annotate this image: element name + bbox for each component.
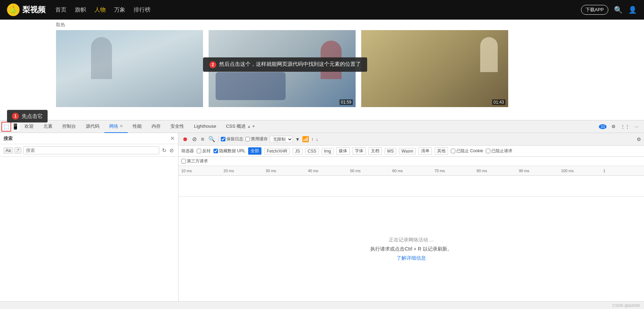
third-party-checkbox[interactable] (181, 159, 186, 163)
filter-button[interactable]: ≡ (200, 135, 205, 143)
nav-link-home[interactable]: 首页 (55, 6, 66, 14)
tooltip1-number: 1 (12, 113, 19, 120)
timeline-mark-50: 50 ms (349, 169, 391, 173)
video-thumb-3[interactable]: 01:43 (361, 30, 508, 107)
regex-button[interactable]: .* (14, 147, 21, 154)
search-sidebar: 搜索 ✕ Aa .* ↻ ⊘ (0, 133, 178, 301)
filter-fetch-xhr-button[interactable]: Fetch/XHR (264, 148, 290, 154)
toolbar-sep-1 (218, 136, 219, 142)
user-icon[interactable]: 👤 (628, 6, 637, 14)
preserve-log-checkbox[interactable] (221, 137, 225, 141)
tab-css-close[interactable]: ▲ (247, 124, 251, 128)
refresh-search-button[interactable]: ↻ (161, 147, 167, 154)
preserve-log-label: 保留日志 (221, 136, 243, 142)
nav-link-person[interactable]: 人物 (94, 6, 106, 14)
timeline-mark-80: 80 ms (475, 169, 518, 173)
filter-all-button[interactable]: 全部 (248, 147, 261, 155)
tab-network[interactable]: 网络 ✕ (104, 120, 128, 133)
settings-button[interactable]: ⚙ (610, 123, 617, 130)
search-input-wrap (23, 146, 159, 154)
devtools-tabbar: ⬚ 📱 欢迎 元素 控制台 源代码 网络 ✕ 性能 内存 安全性 Lightho… (0, 120, 644, 133)
blocked-cookie-checkbox[interactable] (451, 149, 455, 153)
more-button[interactable]: ··· (633, 123, 640, 130)
wifi-icon[interactable]: 📶 (302, 136, 309, 142)
tab-memory[interactable]: 内存 (147, 120, 166, 133)
filter-bar: 筛选器 反转 隐藏数据 URL 全部 Fetch/XHR JS CSS Img … (178, 146, 644, 157)
dock-button[interactable]: ⋮⋮ (619, 123, 631, 130)
nav-link-flag[interactable]: 旗帜 (75, 6, 86, 14)
logo[interactable]: 🍐 梨视频 (7, 3, 46, 16)
timeline-mark-10: 10 ms (180, 169, 222, 173)
filter-ws-button[interactable]: WS (385, 148, 396, 154)
add-tab-button[interactable]: + (252, 124, 255, 129)
tab-lighthouse[interactable]: Lighthouse (189, 120, 221, 133)
main-content: 取热 01:59 01:43 (0, 20, 644, 132)
search-close-button[interactable]: ✕ (170, 135, 175, 142)
upload-button[interactable]: ↑ (311, 136, 314, 142)
download-button[interactable]: ↓ (316, 136, 318, 142)
devtools-body: 搜索 ✕ Aa .* ↻ ⊘ (0, 133, 644, 301)
video-thumb-1[interactable] (56, 30, 203, 107)
disable-cache-checkbox[interactable] (245, 137, 250, 141)
invert-checkbox[interactable] (197, 149, 201, 153)
network-settings-button[interactable]: ⚙ (637, 136, 641, 142)
blocked-requests-checkbox[interactable] (486, 149, 490, 153)
tooltip2-text: 然后点击这个，这样就能网页源代码中找到这个元素的位置了 (219, 61, 361, 68)
hide-data-url-checkbox[interactable] (214, 149, 218, 153)
filter-media-button[interactable]: 媒体 (336, 147, 350, 155)
breadcrumb: 取热 (0, 20, 644, 30)
video-img-1 (56, 30, 203, 107)
inspect-element-button[interactable]: ⬚ (1, 122, 11, 132)
search-input[interactable] (23, 146, 159, 154)
record-button[interactable]: ⏺ (181, 135, 189, 143)
clear-search-button[interactable]: ⊘ (169, 147, 175, 154)
throttle-select[interactable]: 无限制 (270, 136, 293, 143)
filter-js-button[interactable]: JS (293, 148, 302, 154)
filter-manifest-button[interactable]: 清单 (419, 147, 432, 155)
search-sidebar-title: 搜索 (4, 135, 13, 142)
nav-link-wanxiang[interactable]: 万象 (114, 6, 125, 14)
search-icon[interactable]: 🔍 (614, 6, 623, 14)
sidebar-content (0, 157, 178, 301)
filter-img-button[interactable]: Img (322, 148, 334, 154)
timeline-mark-end: 1 (602, 169, 644, 173)
tab-sources[interactable]: 源代码 (81, 120, 104, 133)
timeline-marks: 10 ms 20 ms 30 ms 40 ms 50 ms 60 ms 70 m… (180, 169, 644, 173)
tab-performance[interactable]: 性能 (128, 120, 147, 133)
case-sensitive-button[interactable]: Aa (4, 147, 13, 154)
tab-css-overview[interactable]: CSS 概述 ▲ + (221, 120, 260, 133)
device-mode-button[interactable]: 📱 (11, 122, 20, 131)
video-duration-2: 01:59 (340, 99, 353, 105)
issues-count: 33 (599, 124, 607, 129)
invert-filter-label: 反转 (197, 148, 211, 154)
timeline-header: 10 ms 20 ms 30 ms 40 ms 50 ms 60 ms 70 m… (178, 166, 644, 176)
search-actions: ↻ ⊘ (161, 147, 175, 154)
sidebar-header: 搜索 ✕ (0, 133, 178, 144)
learn-more-link[interactable]: 了解详细信息 (397, 255, 426, 261)
filter-css-button[interactable]: CSS (305, 148, 319, 154)
nav-link-ranking[interactable]: 排行榜 (134, 6, 150, 14)
filter-doc-button[interactable]: 文档 (369, 147, 382, 155)
hide-data-url-label: 隐藏数据 URL (214, 148, 245, 154)
throttle-dropdown[interactable]: ▼ (295, 136, 300, 142)
tooltip-2: 2 然后点击这个，这样就能网页源代码中找到这个元素的位置了 (203, 57, 367, 72)
third-party-row: 第三方请求 (178, 157, 644, 166)
filter-wasm-button[interactable]: Wasm (399, 148, 416, 154)
disable-cache-label: 禁用缓存 (245, 136, 268, 142)
download-app-button[interactable]: 下载APP (581, 5, 608, 15)
bottom-bar: CSDN @bl2040 (0, 301, 644, 309)
stop-button[interactable]: ⊘ (191, 135, 198, 143)
tab-network-close[interactable]: ✕ (120, 124, 123, 128)
nav-links: 首页 旗帜 人物 万象 排行榜 (55, 6, 150, 14)
topnav-right: 下载APP 🔍 👤 (581, 5, 637, 15)
timeline-mark-40: 40 ms (307, 169, 349, 173)
watermark: CSDN @bl2040 (612, 303, 640, 308)
tab-console[interactable]: 控制台 (57, 120, 81, 133)
search-network-button[interactable]: 🔍 (207, 135, 216, 143)
filter-font-button[interactable]: 字体 (352, 147, 366, 155)
blocked-requests-label: 已阻止请求 (486, 148, 512, 154)
issues-button[interactable]: 33 (597, 123, 608, 130)
tab-security[interactable]: 安全性 (166, 120, 189, 133)
filter-other-button[interactable]: 其他 (435, 147, 448, 155)
filter-label: 筛选器 (181, 148, 194, 154)
